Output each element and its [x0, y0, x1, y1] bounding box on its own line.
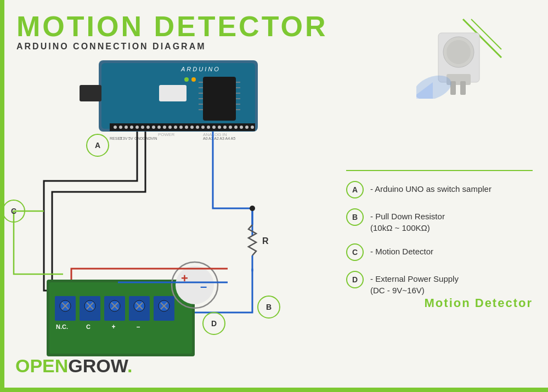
svg-rect-31	[203, 77, 236, 121]
title-area: MOTION DETECTOR ARDUINO CONNECTION DIAGR…	[16, 12, 327, 52]
legend-circle-c: C	[346, 243, 364, 261]
svg-point-29	[251, 126, 254, 129]
svg-point-12	[157, 126, 161, 129]
svg-point-25	[229, 126, 232, 129]
svg-point-23	[218, 126, 221, 129]
blue-wire	[213, 132, 252, 236]
svg-text:B: B	[266, 303, 272, 311]
legend-divider	[346, 170, 533, 171]
svg-text:N.C.: N.C.	[56, 323, 68, 330]
svg-point-55	[191, 77, 196, 82]
legend-panel: A - Arduino UNO as switch sampler B - Pu…	[346, 170, 533, 306]
svg-point-13	[163, 126, 166, 129]
svg-text:R: R	[262, 236, 269, 246]
svg-text:ARDUINO: ARDUINO	[180, 66, 221, 72]
svg-point-11	[152, 126, 155, 129]
svg-text:3.3V: 3.3V	[120, 137, 128, 140]
circuit-diagram: ARDUINO RESET 3.3V 5V GND GND VIN POWER …	[0, 55, 346, 362]
main-title: MOTION DETECTOR	[16, 12, 327, 41]
logo-open: OPEN	[15, 355, 68, 376]
legend-item-b: B - Pull Down Resistor(10kΩ ~ 100KΩ)	[346, 208, 533, 234]
legend-text-b: - Pull Down Resistor(10kΩ ~ 100KΩ)	[370, 208, 445, 234]
svg-point-26	[234, 126, 238, 129]
svg-point-16	[179, 126, 183, 129]
logo-grow: GROW	[68, 355, 127, 376]
svg-point-18	[190, 126, 194, 129]
legend-circle-b: B	[346, 208, 364, 226]
svg-text:–: –	[137, 323, 140, 331]
page-container: MOTION DETECTOR ARDUINO CONNECTION DIAGR…	[0, 0, 548, 392]
svg-point-28	[245, 126, 248, 129]
svg-text:GND: GND	[143, 137, 151, 140]
svg-point-20	[201, 126, 205, 129]
svg-rect-95	[460, 81, 466, 95]
svg-text:A: A	[95, 141, 100, 150]
svg-point-22	[212, 126, 216, 129]
arduino-board: ARDUINO RESET 3.3V 5V GND GND VIN POWER …	[80, 60, 258, 140]
svg-point-6	[125, 126, 128, 129]
svg-point-14	[168, 126, 172, 129]
svg-rect-2	[80, 85, 101, 101]
black-wire-1	[44, 132, 137, 291]
diagram-area: ARDUINO RESET 3.3V 5V GND GND VIN POWER …	[0, 55, 346, 362]
bottom-border	[0, 388, 548, 392]
svg-point-92	[447, 40, 471, 64]
svg-point-8	[135, 126, 139, 129]
legend-motion-detector-label: Motion Detector	[425, 296, 533, 310]
legend-item-a: A - Arduino UNO as switch sampler	[346, 181, 533, 198]
legend-item-d: D - External Power Supply(DC - 9V~16V)	[346, 271, 533, 296]
legend-circle-d: D	[346, 271, 364, 288]
junction-dot	[250, 206, 255, 211]
legend-item-c: C - Motion Detector	[346, 243, 533, 261]
legend-circle-a: A	[346, 181, 364, 198]
svg-point-9	[141, 126, 144, 129]
svg-point-24	[223, 126, 227, 129]
svg-rect-30	[159, 85, 187, 101]
svg-point-15	[174, 126, 177, 129]
svg-text:POWER: POWER	[158, 132, 174, 137]
terminal-blocks	[55, 296, 174, 321]
legend-text-a: - Arduino UNO as switch sampler	[370, 181, 491, 195]
svg-text:5V: 5V	[128, 137, 133, 140]
svg-point-21	[207, 126, 210, 129]
svg-text:GND: GND	[134, 137, 143, 140]
svg-text:A0  A1  A2  A3  A4  A5: A0 A1 A2 A3 A4 A5	[203, 137, 235, 140]
svg-text:C: C	[86, 323, 91, 330]
svg-point-10	[146, 126, 150, 129]
black-wire-2	[52, 132, 145, 302]
legend-text-c: - Motion Detector	[370, 243, 433, 257]
svg-point-54	[184, 77, 189, 82]
svg-point-4	[114, 126, 117, 129]
subtitle: ARDUINO CONNECTION DIAGRAM	[16, 42, 327, 52]
logo-dot: .	[127, 355, 132, 376]
svg-point-17	[185, 126, 188, 129]
svg-text:+: +	[111, 323, 115, 331]
svg-point-5	[119, 126, 122, 129]
legend-text-d: - External Power Supply(DC - 9V~16V)	[370, 271, 459, 296]
pir-sensor-image	[416, 16, 504, 101]
logo-area: OPENGROW.	[15, 355, 132, 377]
svg-point-27	[240, 126, 243, 129]
svg-point-7	[130, 126, 133, 129]
svg-text:C: C	[11, 207, 16, 215]
svg-point-19	[196, 126, 199, 129]
green-wire-c	[14, 211, 63, 274]
svg-text:D: D	[211, 319, 217, 328]
svg-text:VIN: VIN	[151, 137, 157, 140]
